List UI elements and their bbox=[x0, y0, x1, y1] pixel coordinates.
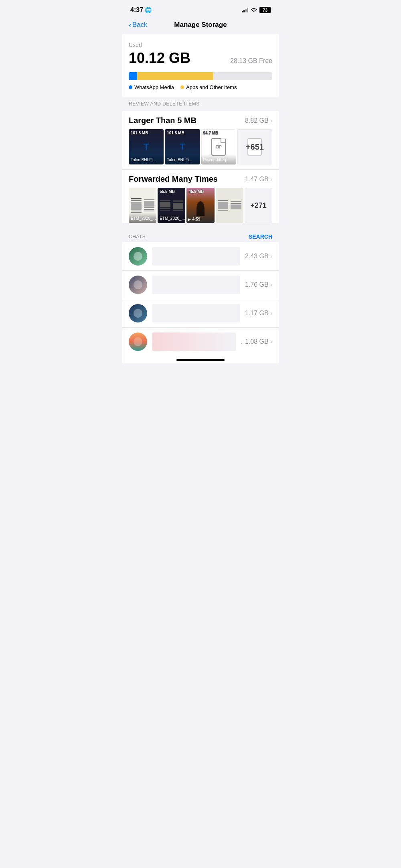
larger-than-5mb-title: Larger Than 5 MB bbox=[129, 116, 196, 125]
chat-size-2: 1.76 GB › bbox=[245, 281, 272, 288]
chat-item-4[interactable]: . 1.08 GB › bbox=[122, 328, 279, 356]
thumb-etm-2[interactable]: 55.5 MB ETM_2020_... bbox=[158, 188, 185, 223]
review-section-label: REVIEW AND DELETE ITEMS bbox=[129, 101, 200, 107]
larger-than-5mb-header: Larger Than 5 MB 8.82 GB › bbox=[129, 116, 272, 125]
signal-bars-icon bbox=[242, 8, 249, 12]
status-icons: 73 bbox=[242, 7, 271, 13]
chat-name-1 bbox=[152, 247, 240, 266]
chevron-right-icon: › bbox=[270, 117, 272, 124]
chevron-right-icon-4: › bbox=[270, 281, 272, 288]
forwarded-header: Forwarded Many Times 1.47 GB › bbox=[129, 174, 272, 184]
chat-item-2[interactable]: 1.76 GB › bbox=[122, 271, 279, 299]
back-button[interactable]: ‹ Back bbox=[129, 20, 147, 30]
review-section: Larger Than 5 MB 8.82 GB › T 101.8 MB Ta… bbox=[122, 111, 279, 223]
chat-name-2 bbox=[152, 276, 240, 294]
chat-avatar-3 bbox=[129, 304, 147, 322]
back-label: Back bbox=[132, 21, 148, 29]
video-camera-icon: ▶ bbox=[188, 217, 191, 221]
used-label: Used bbox=[129, 42, 272, 48]
home-bar bbox=[176, 359, 225, 361]
chat-size-4: . 1.08 GB › bbox=[241, 338, 272, 345]
chat-avatar-4 bbox=[129, 333, 147, 351]
used-amount: 10.12 GB bbox=[129, 50, 190, 67]
storage-bar-whatsapp bbox=[129, 72, 137, 80]
larger-than-5mb-item[interactable]: Larger Than 5 MB 8.82 GB › T 101.8 MB Ta… bbox=[122, 111, 279, 170]
thumb-talon-1[interactable]: T 101.8 MB Talon BNI Fi... bbox=[129, 129, 164, 164]
thumb-video[interactable]: 45.9 MB ▶ 4:59 bbox=[186, 188, 214, 223]
legend-whatsapp: WhatsApp Media bbox=[129, 84, 174, 90]
thumb-more-651[interactable]: +651 bbox=[237, 129, 272, 164]
larger-thumbnails-row: T 101.8 MB Talon BNI Fi... T 101.8 MB Ta… bbox=[129, 129, 272, 164]
chats-section: CHATS SEARCH 2.43 GB › 1.76 G bbox=[122, 228, 279, 356]
thumb-zip[interactable]: 94.7 MB ZIP Riseup-bit.zip bbox=[201, 129, 236, 164]
storage-section: Used 10.12 GB 28.13 GB Free WhatsApp Med… bbox=[122, 34, 279, 97]
status-time: 4:37 🌐 bbox=[130, 6, 152, 14]
chevron-left-icon: ‹ bbox=[129, 20, 132, 30]
legend-other-label: Apps and Other Items bbox=[186, 84, 237, 90]
status-bar: 4:37 🌐 73 bbox=[122, 0, 279, 18]
chevron-right-icon-6: › bbox=[270, 338, 272, 345]
chats-label: CHATS bbox=[129, 234, 146, 239]
forwarded-title: Forwarded Many Times bbox=[129, 174, 218, 184]
chat-avatar-1 bbox=[129, 247, 147, 266]
chat-name-3 bbox=[152, 304, 240, 322]
chevron-right-icon-5: › bbox=[270, 310, 272, 317]
free-amount: 28.13 GB Free bbox=[230, 57, 272, 65]
thumb-talon-2[interactable]: T 101.8 MB Talon BNI Fi... bbox=[165, 129, 200, 164]
storage-bar bbox=[129, 72, 272, 80]
chat-list: 2.43 GB › 1.76 GB › 1.17 GB › bbox=[122, 242, 279, 356]
globe-icon: 🌐 bbox=[145, 7, 152, 13]
chevron-right-icon-2: › bbox=[270, 176, 272, 183]
chat-avatar-2 bbox=[129, 276, 147, 294]
video-badge: ▶ 4:59 bbox=[188, 217, 200, 221]
chat-item-3[interactable]: 1.17 GB › bbox=[122, 299, 279, 328]
chat-size-1: 2.43 GB › bbox=[245, 253, 272, 260]
forwarded-size: 1.47 GB › bbox=[245, 176, 272, 183]
page-title: Manage Storage bbox=[174, 21, 227, 29]
chats-search-button[interactable]: SEARCH bbox=[249, 233, 272, 240]
forwarded-many-times-item[interactable]: Forwarded Many Times 1.47 GB › bbox=[122, 170, 279, 223]
thumb-news-sm[interactable] bbox=[216, 188, 243, 223]
blue-dot-icon bbox=[129, 85, 132, 89]
thumb-etm-1[interactable]: ETM_2020_... bbox=[129, 188, 156, 223]
chat-name-4 bbox=[152, 333, 236, 351]
chats-header: CHATS SEARCH bbox=[122, 229, 279, 242]
review-section-divider: REVIEW AND DELETE ITEMS bbox=[122, 97, 279, 111]
chevron-right-icon-3: › bbox=[270, 253, 272, 260]
storage-used-row: 10.12 GB 28.13 GB Free bbox=[129, 50, 272, 67]
wifi-icon bbox=[251, 7, 257, 13]
thumb-more-271[interactable]: +271 bbox=[245, 188, 272, 223]
chat-size-3: 1.17 GB › bbox=[245, 310, 272, 317]
nav-bar: ‹ Back Manage Storage bbox=[122, 18, 279, 34]
battery-icon: 73 bbox=[259, 7, 271, 13]
legend-other: Apps and Other Items bbox=[180, 84, 237, 90]
storage-bar-other bbox=[137, 72, 213, 80]
larger-than-5mb-size: 8.82 GB › bbox=[245, 117, 272, 124]
yellow-dot-icon bbox=[180, 85, 184, 89]
storage-legend: WhatsApp Media Apps and Other Items bbox=[129, 84, 272, 90]
chat-item-1[interactable]: 2.43 GB › bbox=[122, 242, 279, 271]
forwarded-thumbnails-row: ETM_2020_... bbox=[129, 188, 272, 223]
home-indicator bbox=[122, 356, 279, 363]
legend-whatsapp-label: WhatsApp Media bbox=[134, 84, 174, 90]
